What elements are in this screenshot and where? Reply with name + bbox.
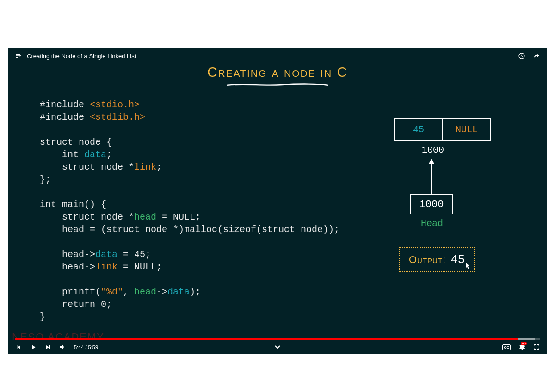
output-label: Output: (409, 254, 446, 266)
slide-heading-wrap: Creating a node in C (8, 64, 547, 88)
volume-button[interactable] (59, 343, 67, 351)
code-text: , (123, 287, 134, 297)
next-button[interactable] (44, 343, 52, 351)
video-player: Creating the Node of a Single Linked Lis… (8, 48, 547, 354)
cursor-icon (465, 262, 471, 272)
captions-button[interactable]: CC (502, 344, 511, 350)
arrow-line (431, 163, 432, 194)
code-field-data: data (167, 287, 190, 297)
video-title[interactable]: Creating the Node of a Single Linked Lis… (27, 53, 136, 60)
time-current: 5:44 (74, 344, 84, 350)
time-total: 5:59 (88, 344, 98, 350)
code-block: #include <stdio.h> #include <stdlib.h> s… (40, 98, 385, 323)
code-text: = NULL; (117, 262, 162, 272)
code-text: ; (106, 149, 112, 160)
code-text: head-> (40, 249, 95, 260)
player-controls: 5:44 / 5:59 CC HD (8, 340, 547, 354)
video-header: Creating the Node of a Single Linked Lis… (8, 48, 547, 62)
video-header-left: Creating the Node of a Single Linked Lis… (15, 52, 136, 60)
hd-badge: HD (521, 342, 527, 345)
play-button[interactable] (30, 343, 37, 351)
code-text: }; (40, 174, 51, 185)
share-icon[interactable] (533, 52, 540, 60)
code-text: return 0; (40, 299, 112, 310)
slide-content: #include <stdio.h> #include <stdlib.h> s… (8, 88, 547, 323)
code-text: #include (40, 99, 90, 110)
head-pointer-box: 1000 (410, 194, 453, 214)
output-box: Output: 45 (399, 247, 475, 272)
code-text: ; (156, 162, 162, 172)
code-field-link: link (95, 262, 117, 272)
code-text: int (40, 149, 84, 160)
code-text: } (40, 312, 45, 322)
code-text: head-> (40, 262, 95, 272)
video-header-right (518, 52, 540, 60)
code-text: struct node { (40, 137, 112, 147)
code-text: head = (struct node *)malloc(sizeof(stru… (40, 224, 339, 235)
slide-heading: Creating a node in C (8, 64, 547, 80)
code-string: "%d" (101, 287, 123, 297)
node-address: 1000 (422, 145, 524, 155)
settings-button[interactable]: HD (518, 343, 525, 351)
controls-left: 5:44 / 5:59 (15, 343, 98, 351)
watch-later-icon[interactable] (518, 52, 525, 60)
head-label: Head (421, 218, 524, 229)
diagram: 45 NULL 1000 1000 Head Output: 45 (385, 98, 524, 323)
code-include: <stdlib.h> (90, 112, 145, 122)
code-var-head: head (134, 287, 156, 297)
previous-button[interactable] (15, 343, 22, 351)
code-field-data: data (84, 149, 106, 160)
code-include: <stdio.h> (90, 99, 140, 110)
node-link-cell: NULL (443, 119, 490, 140)
time-display: 5:44 / 5:59 (74, 344, 98, 350)
code-text: printf( (40, 287, 101, 297)
code-text: struct node * (40, 162, 134, 172)
output-value: 45 (450, 253, 465, 267)
node-data-cell: 45 (395, 119, 443, 140)
code-field-data: data (95, 249, 117, 260)
code-text: -> (156, 287, 167, 297)
code-field-link: link (134, 162, 156, 172)
code-text: struct node * (40, 212, 134, 222)
code-text: = NULL; (156, 212, 201, 222)
pointer-arrow (431, 158, 524, 194)
controls-right: CC HD (502, 343, 540, 351)
playlist-icon[interactable] (15, 52, 22, 60)
code-text: #include (40, 112, 90, 122)
code-var-head: head (134, 212, 156, 222)
code-text: = 45; (117, 249, 151, 260)
node-box: 45 NULL (394, 118, 491, 141)
fullscreen-button[interactable] (533, 343, 540, 351)
code-text: int main() { (40, 199, 106, 210)
code-text: ); (190, 287, 201, 297)
heading-underline (227, 83, 328, 86)
